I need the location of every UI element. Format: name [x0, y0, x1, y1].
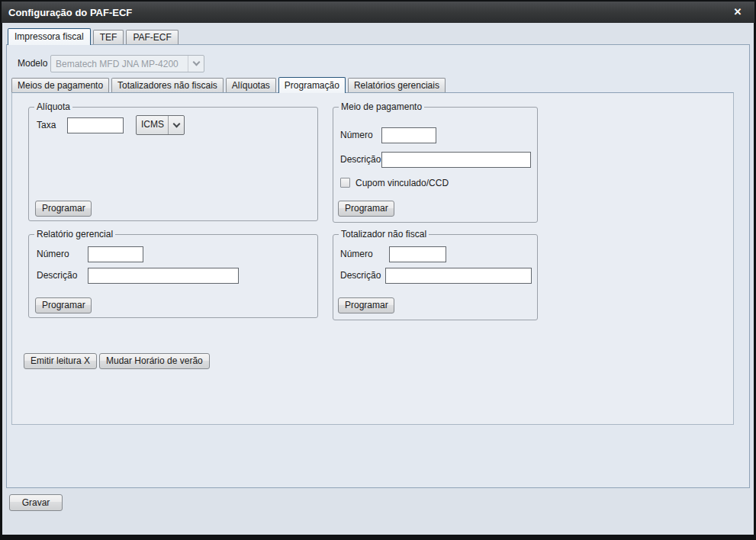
- inner-tabstrip: Meios de pagamento Totalizadores não fis…: [11, 77, 448, 92]
- group-meio-legend: Meio de pagamento: [339, 101, 424, 112]
- relatorio-descricao-field[interactable]: [88, 268, 239, 284]
- window-title: Configuração do PAF-ECF: [2, 7, 132, 18]
- numero-label: Número: [37, 249, 69, 259]
- tab-aliquotas[interactable]: Alíquotas: [226, 78, 276, 92]
- chevron-down-icon: [168, 116, 184, 134]
- taxa-label: Taxa: [37, 120, 56, 130]
- totalizador-numero-field[interactable]: [389, 246, 446, 262]
- group-totalizador-legend: Totalizador não fiscal: [339, 229, 429, 239]
- titlebar: Configuração do PAF-ECF ✕: [2, 2, 754, 23]
- mudar-horario-verao-button[interactable]: Mudar Horário de verão: [99, 353, 210, 369]
- meio-numero-field[interactable]: [381, 127, 436, 143]
- totalizador-descricao-field[interactable]: [385, 268, 532, 284]
- tab-programacao[interactable]: Programação: [278, 77, 346, 93]
- group-aliquota: Alíquota Taxa ICMS Programar: [28, 107, 318, 221]
- modelo-label: Modelo: [18, 58, 47, 69]
- chevron-down-icon: [188, 56, 204, 72]
- numero-label: Número: [340, 249, 373, 259]
- modelo-selected-value: Bematech MFD JNA MP-4200: [51, 56, 188, 72]
- meio-descricao-field[interactable]: [381, 152, 531, 168]
- main-tabstrip: Impressora fiscal TEF PAF-ECF: [8, 27, 181, 44]
- emitir-leitura-x-button[interactable]: Emitir leitura X: [24, 353, 97, 369]
- tab-impressora-fiscal[interactable]: Impressora fiscal: [8, 28, 91, 45]
- programar-aliquota-button[interactable]: Programar: [35, 201, 92, 217]
- programar-meio-button[interactable]: Programar: [338, 201, 394, 217]
- group-totalizador-nao-fiscal: Totalizador não fiscal Número Descrição …: [333, 234, 538, 320]
- icms-select[interactable]: ICMS: [136, 115, 185, 135]
- group-aliquota-legend: Alíquota: [34, 101, 72, 112]
- tab-relatorios-gerenciais[interactable]: Relatórios gerenciais: [348, 78, 446, 92]
- relatorio-numero-field[interactable]: [88, 246, 143, 262]
- group-relatorio-gerencial: Relatório gerencial Número Descrição Pro…: [28, 234, 318, 318]
- programar-totalizador-button[interactable]: Programar: [338, 297, 394, 313]
- tab-paf-ecf[interactable]: PAF-ECF: [126, 30, 178, 44]
- cupom-vinculado-checkbox[interactable]: [340, 178, 350, 188]
- client-area: Impressora fiscal TEF PAF-ECF Modelo Bem…: [2, 23, 754, 535]
- icms-selected-value: ICMS: [137, 116, 168, 134]
- tab-tef[interactable]: TEF: [93, 30, 124, 44]
- tab-totalizadores-nao-fiscais[interactable]: Totalizadores não fiscais: [111, 78, 224, 92]
- modelo-select[interactable]: Bematech MFD JNA MP-4200: [50, 55, 204, 72]
- cupom-vinculado-label: Cupom vinculado/CCD: [355, 178, 449, 188]
- dialog-window: Configuração do PAF-ECF ✕ Impressora fis…: [0, 0, 756, 540]
- close-icon[interactable]: ✕: [731, 5, 745, 19]
- tab-meios-de-pagamento[interactable]: Meios de pagamento: [11, 78, 109, 92]
- impressora-fiscal-panel: Modelo Bematech MFD JNA MP-4200 Meios de…: [6, 44, 750, 488]
- gravar-button[interactable]: Gravar: [9, 494, 63, 511]
- numero-label: Número: [340, 130, 373, 140]
- group-meio-de-pagamento: Meio de pagamento Número Descrição Cupom…: [333, 107, 538, 223]
- programacao-panel: Alíquota Taxa ICMS Programar Meio de pag…: [11, 92, 734, 425]
- programar-relatorio-button[interactable]: Programar: [35, 297, 92, 313]
- descricao-label: Descrição: [340, 154, 381, 165]
- descricao-label: Descrição: [37, 270, 77, 281]
- taxa-field[interactable]: [67, 117, 124, 133]
- descricao-label: Descrição: [340, 270, 381, 281]
- group-relatorio-legend: Relatório gerencial: [34, 229, 115, 239]
